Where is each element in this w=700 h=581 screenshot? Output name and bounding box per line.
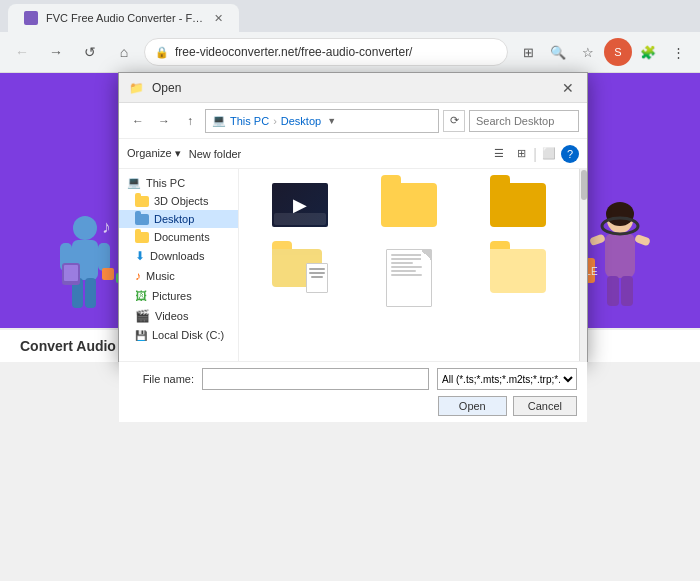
folder-shape-2 <box>381 183 437 227</box>
browser-tabs: FVC Free Audio Converter - Free ... ✕ <box>0 0 700 32</box>
address-bar[interactable]: 🔒 free-videoconverter.net/free-audio-con… <box>144 38 508 66</box>
folder-shape-6 <box>490 249 546 293</box>
dialog-up-btn[interactable]: ↑ <box>179 110 201 132</box>
search-browser-button[interactable]: 🔍 <box>544 38 572 66</box>
reload-button[interactable]: ↺ <box>76 38 104 66</box>
svg-rect-16 <box>634 234 651 247</box>
vertical-scrollbar[interactable] <box>579 169 587 361</box>
drive-icon: 💾 <box>135 330 147 341</box>
view-details-btn[interactable]: ⊞ <box>511 144 531 164</box>
dialog-nav-bar: ← → ↑ 💻 This PC › Desktop ▼ ⟳ <box>119 103 587 139</box>
toolbar-right: ⊞ 🔍 ☆ S 🧩 ⋮ <box>514 38 692 66</box>
sidebar-item-documents[interactable]: Documents <box>119 228 238 246</box>
audio-thumb-1: ▶ <box>272 183 328 227</box>
dialog-forward-btn[interactable]: → <box>153 110 175 132</box>
sidebar-item-desktop[interactable]: Desktop <box>119 210 238 228</box>
folder-with-doc <box>272 249 328 293</box>
dialog-sidebar: 💻 This PC 3D Objects Desktop Documents ⬇… <box>119 169 239 361</box>
dialog-body: 💻 This PC 3D Objects Desktop Documents ⬇… <box>119 169 587 361</box>
sidebar-label-this-pc: This PC <box>146 177 185 189</box>
dialog-close-button[interactable]: ✕ <box>559 79 577 97</box>
dialog-back-btn[interactable]: ← <box>127 110 149 132</box>
tab-close-btn[interactable]: ✕ <box>214 12 223 25</box>
breadcrumb-root: This PC <box>230 115 269 127</box>
file-thumb-5 <box>381 249 437 299</box>
help-button[interactable]: ? <box>561 145 579 163</box>
sidebar-label-documents: Documents <box>154 231 210 243</box>
scrollbar-thumb <box>581 170 587 200</box>
tab-label: FVC Free Audio Converter - Free ... <box>46 12 206 24</box>
file-thumb-1: ▶ <box>272 183 328 233</box>
breadcrumb-separator: › <box>273 115 277 127</box>
sidebar-item-videos[interactable]: 🎬 Videos <box>119 306 238 326</box>
breadcrumb-dropdown-icon[interactable]: ▼ <box>327 116 336 126</box>
file-item-5[interactable] <box>358 245 459 303</box>
pictures-icon: 🖼 <box>135 289 147 303</box>
sidebar-label-downloads: Downloads <box>150 250 204 262</box>
svg-point-0 <box>73 216 97 240</box>
more-options-button[interactable]: ⋮ <box>664 38 692 66</box>
sidebar-item-local-disk[interactable]: 💾 Local Disk (C:) <box>119 326 238 344</box>
lock-icon: 🔒 <box>155 46 169 59</box>
organize-button[interactable]: Organize ▾ <box>127 147 181 160</box>
downloads-icon: ⬇ <box>135 249 145 263</box>
file-grid: ▶ <box>239 169 579 361</box>
bookmark-button[interactable]: ☆ <box>574 38 602 66</box>
svg-rect-15 <box>589 234 606 247</box>
sidebar-label-3d-objects: 3D Objects <box>154 195 208 207</box>
breadcrumb-current: Desktop <box>281 115 321 127</box>
doc-inside <box>306 263 328 293</box>
footer-buttons: Open Cancel <box>129 396 577 416</box>
dialog-search-input[interactable] <box>469 110 579 132</box>
file-item-3[interactable] <box>468 179 569 237</box>
sidebar-item-pictures[interactable]: 🖼 Pictures <box>119 286 238 306</box>
filetype-select[interactable]: All (*.ts;*.mts;*.m2ts;*.trp;*.tp;* <box>437 368 577 390</box>
home-button[interactable]: ⌂ <box>110 38 138 66</box>
computer-icon: 💻 <box>127 176 141 189</box>
sidebar-label-local-disk: Local Disk (C:) <box>152 329 224 341</box>
forward-button[interactable]: → <box>42 38 70 66</box>
svg-rect-3 <box>98 243 110 271</box>
dialog-open-button[interactable]: Open <box>438 396 507 416</box>
url-text: free-videoconverter.net/free-audio-conve… <box>175 45 412 59</box>
extensions-button[interactable]: ⊞ <box>514 38 542 66</box>
music-icon: ♪ <box>135 269 141 283</box>
file-item-1[interactable]: ▶ <box>249 179 350 237</box>
breadcrumb-bar[interactable]: 💻 This PC › Desktop ▼ <box>205 109 439 133</box>
sidebar-item-downloads[interactable]: ⬇ Downloads <box>119 246 238 266</box>
browser-toolbar: ← → ↺ ⌂ 🔒 free-videoconverter.net/free-a… <box>0 32 700 72</box>
sidebar-item-music[interactable]: ♪ Music <box>119 266 238 286</box>
dialog-refresh-btn[interactable]: ⟳ <box>443 110 465 132</box>
dialog-cancel-button[interactable]: Cancel <box>513 396 577 416</box>
sidebar-item-this-pc[interactable]: 💻 This PC <box>119 173 238 192</box>
active-tab[interactable]: FVC Free Audio Converter - Free ... ✕ <box>8 4 239 32</box>
svg-point-13 <box>606 202 634 226</box>
documents-folder-icon <box>135 232 149 243</box>
back-button[interactable]: ← <box>8 38 36 66</box>
filename-input[interactable] <box>202 368 429 390</box>
3d-objects-folder-icon <box>135 196 149 207</box>
sidebar-label-music: Music <box>146 270 175 282</box>
browser-chrome: FVC Free Audio Converter - Free ... ✕ ← … <box>0 0 700 73</box>
file-item-6[interactable] <box>468 245 569 303</box>
new-folder-button[interactable]: New folder <box>189 148 242 160</box>
file-item-2[interactable] <box>358 179 459 237</box>
sidebar-label-pictures: Pictures <box>152 290 192 302</box>
doc-thumb-5 <box>386 249 432 307</box>
view-list-btn[interactable]: ☰ <box>489 144 509 164</box>
profile-button[interactable]: S <box>604 38 632 66</box>
svg-rect-12 <box>605 233 635 278</box>
tab-favicon <box>24 11 38 25</box>
view-preview-btn[interactable]: ⬜ <box>539 144 559 164</box>
play-icon-1: ▶ <box>293 194 307 216</box>
file-item-4[interactable] <box>249 245 350 303</box>
svg-rect-8 <box>64 265 78 281</box>
svg-rect-17 <box>607 276 619 306</box>
svg-rect-18 <box>621 276 633 306</box>
filename-label: File name: <box>129 373 194 385</box>
dialog-toolbar: Organize ▾ New folder ☰ ⊞ | ⬜ ? <box>119 139 587 169</box>
extensions-puzzle-button[interactable]: 🧩 <box>634 38 662 66</box>
sidebar-label-desktop: Desktop <box>154 213 194 225</box>
sidebar-item-3d-objects[interactable]: 3D Objects <box>119 192 238 210</box>
svg-text:♪: ♪ <box>102 217 111 237</box>
